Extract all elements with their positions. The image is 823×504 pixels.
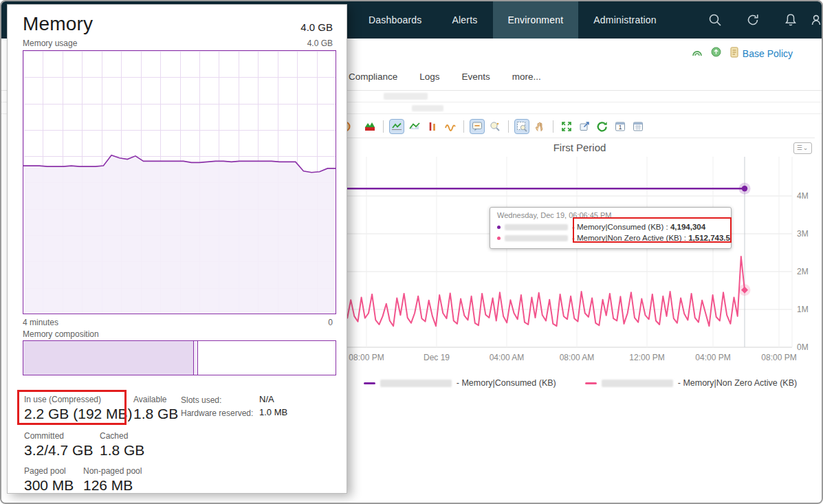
refresh-chart-icon[interactable] (595, 119, 610, 134)
page-title: Memory (23, 13, 93, 35)
nav-item-environment[interactable]: Environment (493, 1, 579, 39)
toolbar-separator (553, 120, 553, 133)
tab-compliance[interactable]: Compliance (349, 72, 397, 82)
tab-events[interactable]: Events (462, 72, 490, 82)
in-use-value: 2.2 GB (192 MB) (24, 406, 133, 422)
status-circle-icon[interactable] (711, 47, 721, 60)
legend-label: - Memory|Non Zero Active (KB) (678, 378, 797, 388)
tooltip-bubble-icon[interactable] (470, 119, 485, 134)
y-tick-label: 1M (797, 305, 817, 314)
zoom-select-icon[interactable] (514, 119, 529, 134)
chart-toolbar: 1 (344, 116, 646, 137)
composition-free-segment (198, 341, 336, 375)
svg-text:1: 1 (619, 124, 622, 131)
redacted-entity-name (380, 380, 452, 387)
multi-chart-icon[interactable] (407, 119, 422, 134)
total-memory: 4.0 GB (300, 21, 333, 33)
user-icon[interactable] (809, 12, 823, 28)
refresh-icon[interactable] (734, 12, 771, 28)
paged-pool-value: 300 MB (24, 477, 74, 494)
rainbow-arc-icon[interactable] (692, 47, 703, 60)
x-tick-label: 12:00 PM (618, 353, 676, 362)
toolbar-separator (383, 120, 384, 133)
available-value: 1.8 GB (133, 406, 178, 422)
candle-chart-icon[interactable] (425, 119, 440, 134)
expand-icon[interactable] (559, 119, 574, 134)
memory-usage-chart (23, 50, 336, 314)
tooltip-row-active: - Memory|Non Zero Active (KB) : 1,512,74… (497, 232, 724, 243)
screenshot-frame: DashboardsAlertsEnvironmentAdministratio… (0, 0, 823, 504)
redacted-entity-name (505, 235, 568, 241)
redacted-entity-name (505, 224, 568, 230)
series-dot-consumed (497, 226, 501, 229)
x-tick-label: 04:00 AM (478, 353, 536, 362)
nonpaged-pool-label: Non-paged pool (83, 466, 142, 476)
toolbar-separator (463, 120, 464, 133)
x-tick-label: 04:00 PM (684, 353, 742, 362)
x-tick-label: Dec 19 (408, 353, 465, 362)
slots-used-value: N/A (259, 394, 274, 404)
chart-tooltip: Wednesday, Dec 19, 06:06:45 PM - Memory|… (490, 207, 732, 249)
active-value: 1,512,743.5 (688, 234, 730, 242)
usage-x-left: 4 minutes (23, 318, 58, 327)
legend-item[interactable]: - Memory|Consumed (KB) (364, 378, 556, 388)
usage-chart-max: 4.0 GB (307, 39, 333, 48)
metric-chart[interactable] (347, 149, 822, 355)
calendar-range-icon[interactable] (630, 119, 646, 134)
tooltip-timestamp: Wednesday, Dec 19, 06:06:45 PM (497, 211, 724, 219)
search-icon[interactable] (696, 12, 734, 28)
subheader-actions: Base Policy (692, 47, 793, 60)
slots-used-label: Slots used: (181, 395, 221, 405)
redacted-text (412, 105, 443, 111)
nonpaged-pool-value: 126 MB (83, 477, 133, 494)
composition-in-use-segment (23, 341, 194, 375)
nav-item-administration[interactable]: Administration (578, 1, 672, 39)
usage-chart-label: Memory usage (23, 39, 77, 48)
hardware-reserved-value: 1.0 MB (259, 407, 287, 417)
composition-label: Memory composition (23, 329, 99, 339)
tab-logs[interactable]: Logs (419, 72, 439, 82)
top-nav-items: DashboardsAlertsEnvironmentAdministratio… (353, 1, 672, 39)
committed-label: Committed (24, 431, 64, 441)
nav-item-alerts[interactable]: Alerts (437, 1, 493, 39)
chart-legend: - Memory|Consumed (KB)- Memory|Non Zero … (347, 378, 813, 388)
task-manager-window: Memory 4.0 GB Memory usage 4.0 GB 4 minu… (7, 4, 347, 494)
area-chart-icon[interactable] (362, 119, 377, 134)
consumed-value: 4,194,304 (670, 223, 705, 231)
tab-more[interactable]: more... (512, 72, 541, 82)
bell-icon[interactable] (771, 12, 809, 28)
legend-label: - Memory|Consumed (KB) (457, 378, 556, 388)
legend-swatch (364, 382, 375, 384)
legend-swatch (585, 382, 597, 384)
x-tick-label: 08:00 PM (750, 353, 808, 362)
top-nav-icons (696, 1, 823, 39)
in-use-label: In use (Compressed) (24, 395, 101, 404)
policy-scroll-icon (729, 47, 739, 60)
base-policy-link[interactable]: Base Policy (729, 47, 793, 60)
zoom-icon[interactable] (487, 119, 503, 134)
usage-x-right: 0 (328, 318, 333, 327)
line-chart-icon[interactable] (389, 119, 404, 134)
available-label: Available (133, 395, 166, 404)
y-tick-label: 0M (797, 342, 817, 352)
pan-hand-icon[interactable] (532, 119, 547, 134)
base-policy-label: Base Policy (743, 48, 793, 59)
y-tick-label: 2M (797, 267, 817, 276)
entity-tabs: ComplianceLogsEventsmore... (349, 72, 541, 82)
divider (347, 138, 815, 138)
hardware-reserved-label: Hardware reserved: (181, 408, 253, 418)
series-dot-active (497, 237, 501, 240)
cached-value: 1.8 GB (100, 442, 144, 459)
wave-chart-icon[interactable] (443, 119, 458, 134)
calendar-date-icon[interactable]: 1 (613, 119, 628, 134)
nav-item-dashboards[interactable]: Dashboards (353, 1, 437, 39)
x-tick-label: 08:00 AM (548, 353, 606, 362)
redacted-text (384, 93, 428, 100)
legend-item[interactable]: - Memory|Non Zero Active (KB) (585, 378, 797, 388)
paged-pool-label: Paged pool (24, 466, 66, 476)
memory-composition-bar[interactable] (23, 340, 336, 375)
committed-value: 3.2/4.7 GB (24, 442, 93, 459)
cached-label: Cached (100, 431, 128, 441)
export-icon[interactable] (577, 119, 592, 134)
y-tick-label: 4M (797, 191, 817, 201)
